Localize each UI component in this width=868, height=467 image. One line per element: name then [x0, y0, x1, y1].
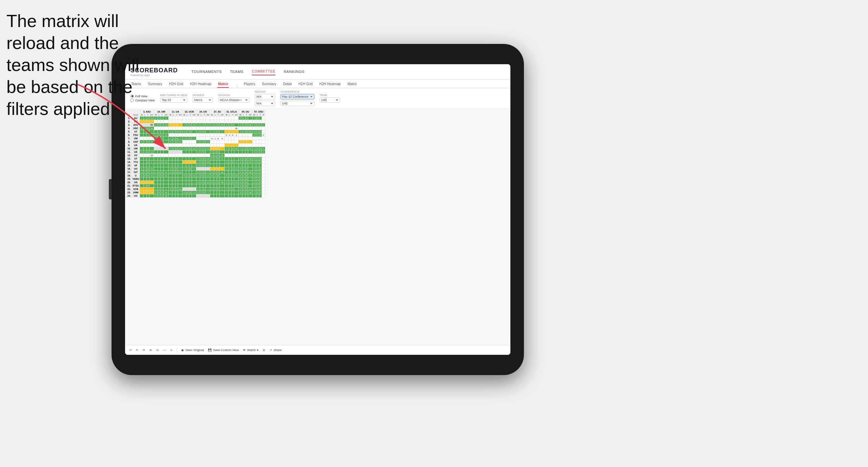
filter-gender-label: Gender: [193, 94, 213, 97]
table-row: 12. UV 10 01015: [127, 154, 265, 157]
toolbar-refresh[interactable]: ⟳: [143, 348, 145, 352]
table-row: 5. UT 01435 010 220 1101 0201 11040 010: [127, 130, 265, 133]
watch-chevron: ▾: [257, 348, 259, 352]
tablet-button: [109, 179, 112, 199]
toolbar-zoom-out[interactable]: ⊖: [156, 348, 159, 352]
table-row: 16. UO 21014 1201 1101 11011 11011 010 0…: [127, 167, 265, 171]
tab-detail[interactable]: Detail: [283, 81, 293, 88]
share-label: Share: [273, 348, 282, 352]
main-nav: TOURNAMENTS TEAMS COMMITTEE RANKINGS: [191, 68, 305, 75]
app-header: SCOREBOARD Powered by clippd TOURNAMENTS…: [125, 64, 510, 79]
toolbar-settings[interactable]: ⊙: [170, 348, 173, 352]
col-ucla: 31. UCLA: [225, 110, 239, 114]
matrix-area[interactable]: 3. ASU 10. UW 11. UA 22. UCB 24. UO 27. …: [125, 108, 510, 345]
toolbar-redo[interactable]: ↻: [136, 348, 139, 352]
table-row: 9. UA 0100: [127, 144, 265, 147]
annotation-text: The matrix will reload and the teams sho…: [6, 10, 152, 120]
nav-tournaments[interactable]: TOURNAMENTS: [191, 68, 222, 75]
tab-matrix2[interactable]: Matrix: [347, 81, 357, 88]
filter-region-select2[interactable]: N/A: [255, 101, 275, 106]
table-row: 18. U 20011 10011 01011 10011 010 01013 …: [127, 174, 265, 177]
col-uo: 24. UO: [196, 110, 210, 114]
matrix-tbody: 1. AU 12023 0100 010 10 2.: [127, 117, 265, 198]
table-row: 2. VU 12012: [127, 120, 265, 123]
save-icon: 💾: [208, 348, 212, 352]
filter-region-select[interactable]: N/A: [255, 94, 275, 99]
table-row: 8. UAF 01014 120 01015 11011 0101: [127, 140, 265, 144]
watch-label: Watch: [247, 348, 256, 352]
filter-gender-select[interactable]: Men's Women's: [193, 97, 213, 103]
col-osu: 57. OSU: [252, 110, 265, 114]
filter-gender: Gender Men's Women's: [193, 94, 213, 103]
table-row: 10. UW 13011 30032 04172 250 25066 12051…: [127, 147, 265, 150]
filter-team: Team (All): [320, 94, 340, 103]
filter-region: Region N/A N/A: [255, 90, 275, 106]
filter-division-label: Division: [218, 94, 249, 97]
filter-division-select[interactable]: NCAA Division I NCAA Division II NCAA Di…: [218, 97, 249, 103]
tab-divider: |: [237, 84, 238, 88]
tab-h2h-grid2[interactable]: H2H Grid: [298, 81, 313, 88]
filter-conference-select2[interactable]: (All): [281, 101, 314, 106]
col-uu: 54. UU: [239, 110, 252, 114]
table-row: 14. TTU 21 11022 02038 12028 0280 02029 …: [127, 161, 265, 164]
tab-players[interactable]: Players: [243, 81, 256, 88]
col-su: 27. SU: [210, 110, 225, 114]
table-row: 23. UNM 200-21 20025 0010 0101 01118 160: [127, 191, 265, 194]
tab-h2h-heatmap2[interactable]: H2H Heatmap: [319, 81, 341, 88]
table-row: 11. UA 01010 340 340 0101: [127, 150, 265, 154]
table-row: 13. UT 22012 0100 02018 010: [127, 157, 265, 161]
table-row: 20. UG 010-34 01022 31040 01019 010 010: [127, 181, 265, 184]
toolbar-divider: [177, 347, 177, 353]
nav-committee[interactable]: COMMITTEE: [252, 68, 276, 75]
tab-matrix[interactable]: Matrix: [217, 81, 228, 88]
toolbar-watch[interactable]: 👁 Watch ▾: [243, 348, 259, 352]
table-row: 21. ETSU 10 14 010 010: [127, 184, 265, 188]
filter-conference-label: Conference: [281, 90, 314, 93]
table-row: 15. UF 0101: [127, 164, 265, 167]
table-row: 6. FSU 14025 0101 0102: [127, 133, 265, 137]
toolbar: ↺ ↻ ⟳ ⊕ ⊖ — ⊙ ◉ View: Original 💾 Save Cu…: [125, 345, 510, 355]
table-row: 24. UO 02029: [127, 194, 265, 198]
tab-h2h-heatmap[interactable]: H2H Heatmap: [189, 81, 212, 88]
toolbar-share[interactable]: ↗ Share: [269, 348, 282, 352]
table-row: 3. ASU 80 050120 010 20048 01052 600160 …: [127, 123, 265, 127]
col-ucb: 22. UCB: [183, 110, 196, 114]
matrix-table: 3. ASU 10. UW 11. UA 22. UCB 24. UO 27. …: [126, 110, 265, 198]
col-uw: 10. UW: [154, 110, 169, 114]
col-ua: 11. UA: [169, 110, 183, 114]
filter-conference-select[interactable]: Pac-12 Conference (All): [281, 94, 314, 99]
filter-team-select[interactable]: (All): [320, 97, 340, 103]
view-original-icon: ◉: [181, 348, 184, 352]
toolbar-fit[interactable]: —: [163, 348, 166, 352]
filter-bar: Full View Compact View Max teams in view…: [125, 88, 510, 108]
save-custom-label: Save Custom View: [213, 348, 239, 352]
tab-h2h-grid[interactable]: H2H Grid: [168, 81, 184, 88]
table-row: 17. GIT 01011 10011 10011 0101 01010 100…: [127, 171, 265, 174]
toolbar-grid[interactable]: ⊞: [263, 348, 265, 352]
toolbar-view-original[interactable]: ◉ View: Original: [181, 348, 204, 352]
toolbar-zoom-in[interactable]: ⊕: [149, 348, 152, 352]
view-original-label: View: Original: [185, 348, 204, 352]
filter-division: Division NCAA Division I NCAA Division I…: [218, 94, 249, 103]
share-icon: ↗: [269, 348, 272, 352]
tab-summary2[interactable]: Summary: [261, 81, 277, 88]
sub-tabs: Teams Summary H2H Grid H2H Heatmap Matri…: [125, 79, 510, 88]
table-row: 22. UCB 1303 40044 0101 0100 100 23044 1…: [127, 188, 265, 191]
filter-region-label: Region: [255, 90, 275, 93]
nav-teams[interactable]: TEAMS: [230, 68, 243, 75]
table-row: 4. UNC 10036 28: [127, 127, 265, 130]
tablet-frame: SCOREBOARD Powered by clippd TOURNAMENTS…: [112, 44, 524, 375]
watch-icon: 👁: [243, 348, 246, 352]
filter-max-teams: Max teams in view Top 25 Top 10 Top 50: [160, 94, 187, 103]
filter-max-teams-label: Max teams in view: [160, 94, 187, 97]
filter-team-label: Team: [320, 94, 340, 97]
toolbar-save-custom[interactable]: 💾 Save Custom View: [208, 348, 239, 352]
nav-rankings[interactable]: RANKINGS: [284, 68, 304, 75]
table-row: 7. UM 010 1001 0101 0100: [127, 137, 265, 140]
filter-conference: Conference Pac-12 Conference (All) (All): [281, 90, 314, 106]
table-row: 19. TAMU 010 010: [127, 177, 265, 181]
toolbar-undo[interactable]: ↺: [129, 348, 132, 352]
filter-max-teams-select[interactable]: Top 25 Top 10 Top 50: [160, 97, 187, 103]
tablet-screen: SCOREBOARD Powered by clippd TOURNAMENTS…: [125, 64, 510, 355]
